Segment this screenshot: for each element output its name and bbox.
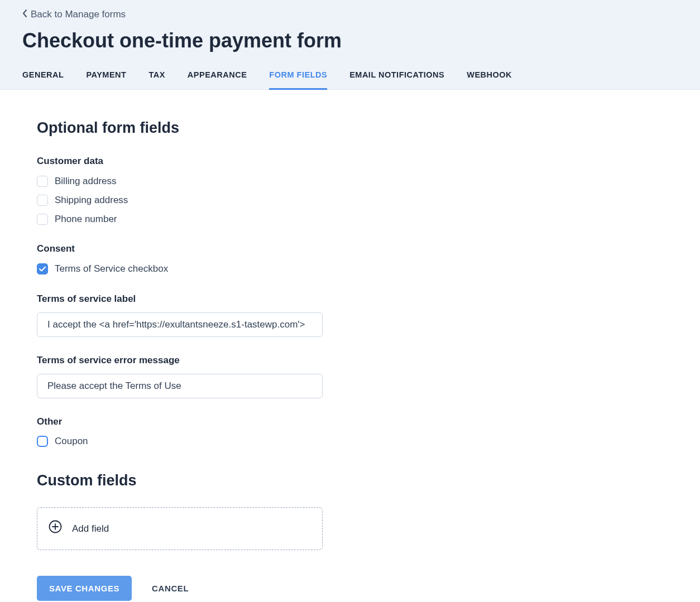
page-title: Checkout one-time payment form xyxy=(22,27,678,55)
optional-fields-heading: Optional form fields xyxy=(37,118,368,139)
shipping-address-checkbox[interactable] xyxy=(37,195,48,206)
customer-data-heading: Customer data xyxy=(37,155,368,168)
phone-number-checkbox[interactable] xyxy=(37,214,48,225)
billing-address-checkbox[interactable] xyxy=(37,176,48,187)
tos-checkbox[interactable] xyxy=(37,263,48,274)
coupon-checkbox[interactable] xyxy=(37,436,48,447)
tos-error-input[interactable] xyxy=(37,374,323,398)
tab-payment[interactable]: PAYMENT xyxy=(86,69,126,90)
tos-checkbox-row[interactable]: Terms of Service checkbox xyxy=(37,262,368,276)
tab-email-notifications[interactable]: EMAIL NOTIFICATIONS xyxy=(349,69,444,90)
add-field-label: Add field xyxy=(72,522,109,536)
cancel-button[interactable]: CANCEL xyxy=(152,584,189,593)
shipping-address-checkbox-row[interactable]: Shipping address xyxy=(37,194,368,207)
tos-label-heading: Terms of service label xyxy=(37,292,368,306)
tos-label-input[interactable] xyxy=(37,312,323,337)
back-label: Back to Manage forms xyxy=(31,8,126,21)
tab-form-fields[interactable]: FORM FIELDS xyxy=(269,69,327,90)
content: Optional form fields Customer data Billi… xyxy=(0,90,391,602)
tab-tax[interactable]: TAX xyxy=(148,69,165,90)
other-heading: Other xyxy=(37,415,368,428)
coupon-checkbox-row[interactable]: Coupon xyxy=(37,435,368,448)
tab-appearance[interactable]: APPEARANCE xyxy=(188,69,247,90)
tos-error-heading: Terms of service error message xyxy=(37,354,368,367)
tab-bar: GENERAL PAYMENT TAX APPEARANCE FORM FIEL… xyxy=(22,69,678,89)
back-link[interactable]: Back to Manage forms xyxy=(22,8,126,21)
tab-webhook[interactable]: WEBHOOK xyxy=(467,69,512,90)
billing-address-checkbox-row[interactable]: Billing address xyxy=(37,175,368,188)
chevron-left-icon xyxy=(22,8,27,21)
save-button[interactable]: SAVE CHANGES xyxy=(37,576,132,601)
tab-general[interactable]: GENERAL xyxy=(22,69,64,90)
consent-heading: Consent xyxy=(37,242,368,256)
action-buttons: SAVE CHANGES CANCEL xyxy=(37,576,368,601)
header: Back to Manage forms Checkout one-time p… xyxy=(0,0,700,90)
phone-number-label: Phone number xyxy=(55,213,117,226)
billing-address-label: Billing address xyxy=(55,175,117,188)
shipping-address-label: Shipping address xyxy=(55,194,128,207)
phone-number-checkbox-row[interactable]: Phone number xyxy=(37,213,368,226)
tos-checkbox-label: Terms of Service checkbox xyxy=(55,262,168,276)
add-field-box[interactable]: Add field xyxy=(37,507,323,550)
plus-circle-icon xyxy=(49,520,62,537)
coupon-label: Coupon xyxy=(55,435,88,448)
custom-fields-heading: Custom fields xyxy=(37,470,368,492)
